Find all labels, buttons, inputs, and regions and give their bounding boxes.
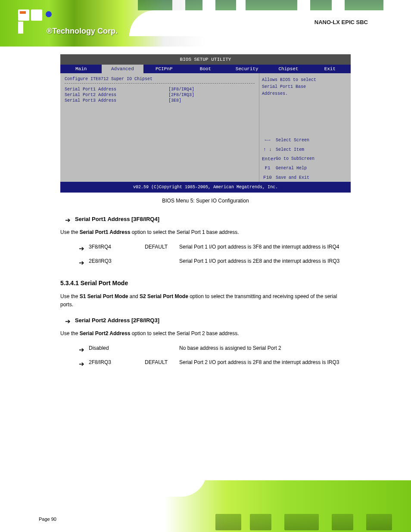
setting1-opt2-text: Serial Port 1 I/O port address is 2E8 an… [179,257,351,266]
bios-opt-com1-value: [3F8/IRQ4] [168,87,255,92]
bios-nav-sub: Go to SubScreen [276,155,314,163]
subsection-desc: Use the S1 Serial Port Mode and S2 Seria… [60,292,351,309]
bios-nav-screen: Select Screen [276,137,309,144]
arrow-icon: ➔ [74,243,89,254]
setting1-opt2-label: 2E8/IRQ3 [89,257,145,266]
setting2-title: Serial Port2 Address [2F8/IRQ3] [75,315,159,325]
bios-nav-help: General Help [276,165,307,172]
bios-tab-exit: Exit [309,65,351,73]
setting1-title: Serial Port1 Address [3F8/IRQ4] [75,214,159,224]
updown-icon: ↑ ↓ [262,146,273,154]
bios-tab-chipset: Chipset [268,65,309,73]
bios-opt-com3-value: [3E8] [168,98,255,103]
bios-tip-line3: Addresses. [262,90,348,97]
arrow-icon: ➔ [74,257,89,268]
leftright-icon: ←→ [262,136,273,145]
bios-title: BIOS SETUP UTILITY [60,54,351,65]
bios-tip-line1: Allows BIOS to select [262,77,348,84]
bios-opt-com2-value: [2F8/IRQ3] [168,93,255,97]
setting2-opt1-label: Disabled [89,344,145,353]
bios-nav-item: Select Item [276,146,304,154]
bios-tab-pcipnp: PCIPnP [143,65,185,73]
setting2-opt2-text: Serial Port 2 I/O port address is 2F8 an… [179,358,351,367]
f1-key-label: F1 [262,164,273,173]
bios-tabbar: Main Advanced PCIPnP Boot Security Chips… [60,65,351,73]
setting1-opt1-text: Serial Port 1 I/O port address is 3F8 an… [179,243,351,252]
bios-screenshot: BIOS SETUP UTILITY Main Advanced PCIPnP … [60,54,351,193]
bios-tab-boot: Boot [185,65,226,73]
bios-opt-com3-label: Serial Port3 Address [65,98,168,103]
setting2-opt2-default: DEFAULT [145,358,179,367]
arrow-icon: ➔ [74,344,89,355]
setting2-opt1-text: No base address is assigned to Serial Po… [179,344,351,353]
setting1-opt1-default: DEFAULT [145,243,179,252]
setting1-desc: Use the Serial Port1 Address option to s… [60,228,351,236]
bios-tip-line2: Serial Port1 Base [262,84,348,90]
product-name: NANO-LX EPIC SBC [314,19,368,25]
page-number: Page 90 [39,516,56,522]
setting2-desc: Use the Serial Port2 Address option to s… [60,330,351,338]
arrow-icon: ➔ [74,358,89,370]
setting2-opt2-label: 2F8/IRQ3 [89,358,145,367]
arrow-icon: ➔ [60,214,75,226]
subsection-number: 5.3.4.1 Serial Port Mode [60,280,351,286]
f10-key-label: F10 [262,174,273,182]
enter-key-label: Enter [262,155,273,164]
brand-tagline: ®Technology Corp. [47,27,118,36]
bios-tab-advanced: Advanced [102,65,143,73]
bios-caption: BIOS Menu 5: Super IO Configuration [60,198,351,204]
bios-left-header: Configure ITE8712 Super IO Chipset [65,77,255,81]
bios-opt-com1-label: Serial Port1 Address [65,87,168,92]
bios-nav-save: Save and Exit [276,174,309,182]
bios-tab-main: Main [60,65,102,73]
bios-tab-security: Security [226,65,268,73]
setting1-opt1-label: 3F8/IRQ4 [89,243,145,252]
bios-opt-com2-label: Serial Port2 Address [65,93,168,97]
arrow-icon: ➔ [60,315,75,327]
